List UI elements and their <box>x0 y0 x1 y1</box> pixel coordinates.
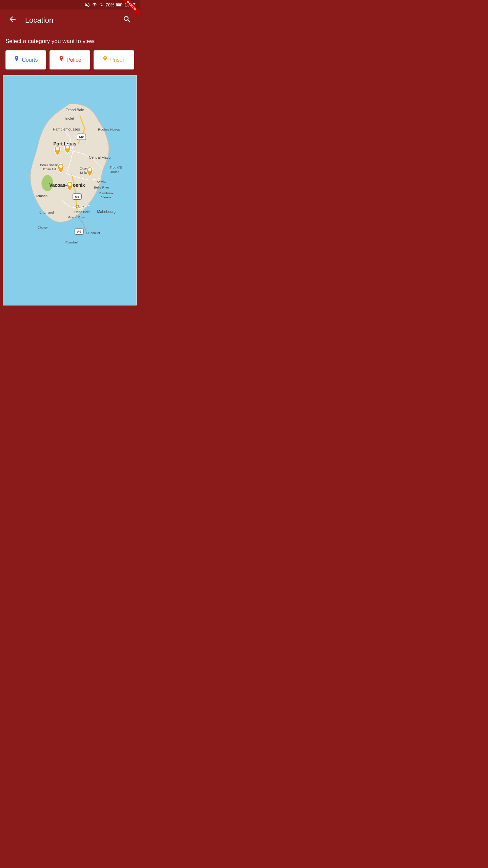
wifi-icon <box>92 2 97 7</box>
svg-text:Mahebourg: Mahebourg <box>97 210 116 214</box>
svg-text:L'Escalier: L'Escalier <box>86 231 101 235</box>
app-bar-left: Location <box>5 12 53 28</box>
svg-text:Douce: Douce <box>110 170 120 174</box>
prison-button[interactable]: Prison <box>94 50 134 70</box>
svg-point-37 <box>59 165 63 168</box>
map-container[interactable]: M2 M1 A9 Grand Baie Triolet Pamplemousse… <box>3 75 137 305</box>
courts-button[interactable]: Courts <box>5 50 46 70</box>
map-svg: M2 M1 A9 Grand Baie Triolet Pamplemousse… <box>3 76 136 305</box>
svg-text:M1: M1 <box>75 195 80 199</box>
signal-icon <box>99 2 104 7</box>
svg-text:M2: M2 <box>79 135 84 139</box>
svg-text:Belle Rive: Belle Rive <box>94 185 109 189</box>
police-pin-icon <box>58 55 64 64</box>
svg-text:Tamarin: Tamarin <box>36 194 47 198</box>
map-inner: M2 M1 A9 Grand Baie Triolet Pamplemousse… <box>3 76 136 305</box>
status-icons: 78% 13:47 <box>85 2 136 7</box>
svg-point-38 <box>88 168 92 171</box>
police-button[interactable]: Police <box>49 50 90 70</box>
svg-text:Grand Baie: Grand Baie <box>65 108 84 112</box>
svg-text:Rose Belle: Rose Belle <box>75 210 91 214</box>
svg-text:Beau Bassin-: Beau Bassin- <box>40 163 60 167</box>
svg-text:Trou d'E: Trou d'E <box>110 165 122 169</box>
svg-text:Virieux: Virieux <box>101 196 111 199</box>
app-bar: Location <box>0 9 140 31</box>
svg-point-36 <box>66 145 69 149</box>
svg-text:Olivia: Olivia <box>97 180 106 183</box>
back-button[interactable] <box>5 12 20 28</box>
svg-point-35 <box>56 147 59 151</box>
battery-text: 78% <box>105 2 114 7</box>
prison-pin-icon <box>102 55 108 64</box>
svg-text:Bamboux: Bamboux <box>99 191 113 195</box>
police-label: Police <box>66 57 81 63</box>
svg-text:Chamarel: Chamarel <box>39 211 54 214</box>
time-text: 13:47 <box>124 2 136 7</box>
svg-point-39 <box>68 182 72 186</box>
search-button[interactable] <box>120 12 134 28</box>
svg-text:Triolet: Triolet <box>64 116 74 120</box>
svg-text:Cluny: Cluny <box>76 204 84 208</box>
svg-text:A9: A9 <box>77 230 81 233</box>
svg-text:Central Flacq: Central Flacq <box>89 155 110 159</box>
courts-label: Courts <box>22 57 38 63</box>
battery-icon <box>116 3 123 7</box>
category-buttons: Courts Police Prison <box>5 50 134 70</box>
courts-pin-icon <box>14 55 20 64</box>
mute-icon <box>85 2 90 7</box>
svg-text:Choisy: Choisy <box>38 225 48 229</box>
status-bar: 78% 13:47 DEBUG <box>0 0 140 9</box>
svg-text:Riambel: Riambel <box>65 240 78 244</box>
svg-text:Rose Hill: Rose Hill <box>43 167 57 171</box>
svg-text:Roches Noires: Roches Noires <box>98 127 120 131</box>
svg-text:Grand Bois: Grand Bois <box>68 215 85 219</box>
category-label: Select a category you want to view: <box>5 38 134 45</box>
svg-text:Pamplemousses: Pamplemousses <box>53 127 80 131</box>
prison-label: Prison <box>110 57 125 63</box>
page-title: Location <box>25 16 53 25</box>
category-section: Select a category you want to view: Cour… <box>0 31 140 75</box>
